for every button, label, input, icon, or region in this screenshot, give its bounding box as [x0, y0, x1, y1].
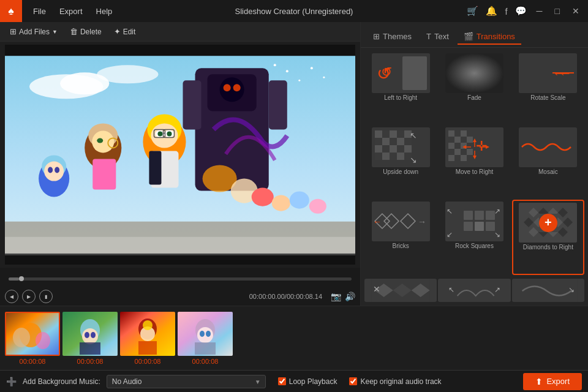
svg-rect-96 [461, 155, 467, 161]
svg-text:→: → [418, 217, 426, 227]
music-select-wrapper: No Audio ▼ [107, 375, 266, 388]
export-icon: ⬆ [535, 377, 543, 386]
transition-upside-down[interactable]: ↖ ↘ Upside down [364, 126, 437, 198]
svg-point-44 [290, 192, 309, 209]
svg-point-11 [286, 70, 288, 72]
add-files-button[interactable]: ⊞ Add Files ▼ [5, 25, 62, 38]
maximize-button[interactable]: □ [552, 6, 562, 16]
preview-image [5, 45, 355, 265]
svg-rect-73 [397, 153, 404, 160]
add-transition-button[interactable]: + [539, 214, 557, 232]
footer: ➕ Add Background Music: No Audio ▼ Loop … [0, 370, 588, 392]
progress-bar[interactable] [9, 277, 352, 281]
tab-text[interactable]: T Text [420, 29, 455, 45]
keep-audio-checkbox[interactable] [349, 377, 357, 385]
keep-audio-check: Keep original audio track [349, 377, 441, 386]
timeline-item-1[interactable]: 00:00:08 [62, 312, 118, 365]
video-preview [5, 45, 355, 265]
transition-row4-item1[interactable]: ✕ [364, 279, 437, 302]
svg-rect-50 [445, 53, 503, 93]
loop-playback-checkbox[interactable] [278, 377, 286, 385]
transition-left-to-right-label: Left to Right [384, 94, 417, 101]
menu-export[interactable]: Export [53, 4, 89, 18]
export-button[interactable]: ⬆ Export [523, 373, 582, 390]
svg-point-36 [44, 162, 64, 181]
delete-button[interactable]: 🗑 Delete [65, 25, 107, 38]
transition-move-to-right[interactable]: ✛ Move to Right [438, 126, 510, 198]
svg-rect-57 [390, 130, 397, 138]
transition-left-to-right[interactable]: ↺ Left to Right [364, 51, 437, 124]
transition-bricks[interactable]: ← → Bricks [364, 200, 437, 275]
tab-themes[interactable]: ⊞ Themes [367, 29, 418, 45]
svg-rect-87 [454, 143, 461, 149]
svg-rect-72 [390, 153, 397, 160]
main-area: ⊞ Add Files ▼ 🗑 Delete ✦ Edit [0, 22, 588, 370]
transition-diamonds-to-right-label: Diamonds to Right [523, 244, 573, 251]
transition-fade[interactable]: Fade [438, 51, 510, 124]
svg-text:↺: ↺ [381, 64, 392, 80]
edit-button[interactable]: ✦ Edit [109, 25, 141, 38]
svg-text:↙: ↙ [447, 230, 453, 239]
svg-text:↖: ↖ [410, 130, 417, 140]
svg-text:↖: ↖ [448, 285, 454, 294]
svg-point-167 [200, 331, 205, 337]
cart-icon[interactable]: 🛒 [467, 6, 478, 17]
play-button[interactable]: ▶ [22, 290, 36, 303]
timeline-item-2[interactable]: 00:00:08 [120, 312, 175, 365]
svg-rect-158 [80, 342, 100, 355]
transition-row4-item2[interactable]: ↖ ↗ [438, 279, 510, 302]
menu-help[interactable]: Help [90, 4, 119, 18]
svg-rect-94 [448, 155, 454, 161]
facebook-icon[interactable]: f [505, 6, 507, 17]
music-select[interactable]: No Audio [107, 375, 266, 388]
svg-rect-67 [390, 145, 397, 153]
toolbar-row: ⊞ Add Files ▼ 🗑 Delete ✦ Edit [0, 22, 360, 42]
svg-rect-91 [454, 149, 461, 155]
svg-rect-90 [448, 149, 454, 155]
close-button[interactable]: ✕ [570, 6, 582, 16]
transition-rotate-scale[interactable]: ← Rotate Scale [512, 51, 584, 124]
menu-bar: File Export Help [22, 0, 118, 22]
svg-rect-95 [454, 155, 461, 161]
transition-rock-squares-label: Rock Squares [455, 243, 494, 249]
svg-rect-48 [402, 56, 427, 90]
transition-diamonds-to-right[interactable]: + Diamonds to Right [512, 200, 584, 275]
svg-text:✕: ✕ [373, 284, 380, 294]
volume-icon[interactable]: 🔊 [345, 292, 355, 301]
bell-icon[interactable]: 🔔 [486, 6, 497, 17]
svg-point-14 [323, 77, 325, 78]
app-logo: ♠ [0, 0, 22, 22]
screenshot-icon[interactable]: 📷 [331, 292, 341, 301]
svg-rect-56 [382, 130, 390, 138]
svg-rect-119 [475, 222, 484, 231]
text-icon: T [426, 32, 431, 41]
transition-mosaic[interactable]: Mosaic [512, 126, 584, 198]
delete-icon: 🗑 [70, 27, 78, 36]
tab-transitions[interactable]: 🎬 Transitions [458, 29, 521, 45]
svg-point-37 [48, 167, 53, 173]
app-title: Slideshow Creator (Unregistered) [235, 7, 353, 16]
play-prev-button[interactable]: ◀ [5, 290, 18, 303]
message-icon[interactable]: 💬 [515, 6, 527, 17]
svg-point-42 [252, 188, 274, 206]
stop-button[interactable]: ▮ [39, 290, 53, 303]
svg-rect-116 [475, 211, 484, 220]
transition-rock-squares[interactable]: ↖ ↙ ↗ ↘ Rock Squares [438, 200, 510, 275]
timeline-item-0[interactable]: 00:00:08 [5, 312, 60, 365]
svg-point-15 [274, 64, 276, 66]
svg-point-5 [220, 77, 244, 102]
menu-file[interactable]: File [27, 4, 52, 18]
svg-point-155 [82, 328, 98, 344]
transition-row4-item3[interactable]: ↘ [512, 279, 584, 302]
left-column: ⊞ Add Files ▼ 🗑 Delete ✦ Edit [0, 22, 360, 306]
add-music-icon: ➕ [6, 377, 17, 386]
svg-rect-97 [467, 155, 473, 161]
minimize-button[interactable]: ─ [534, 6, 545, 16]
svg-rect-63 [397, 138, 404, 145]
timeline-item-3[interactable]: 00:00:08 [178, 312, 233, 365]
timeline-item-2-time: 00:00:08 [135, 358, 161, 365]
transitions-grid: ↺ Left to Right [361, 48, 588, 279]
svg-text:↘: ↘ [568, 285, 574, 294]
svg-point-10 [97, 65, 158, 83]
add-files-dropdown-icon[interactable]: ▼ [52, 29, 58, 35]
